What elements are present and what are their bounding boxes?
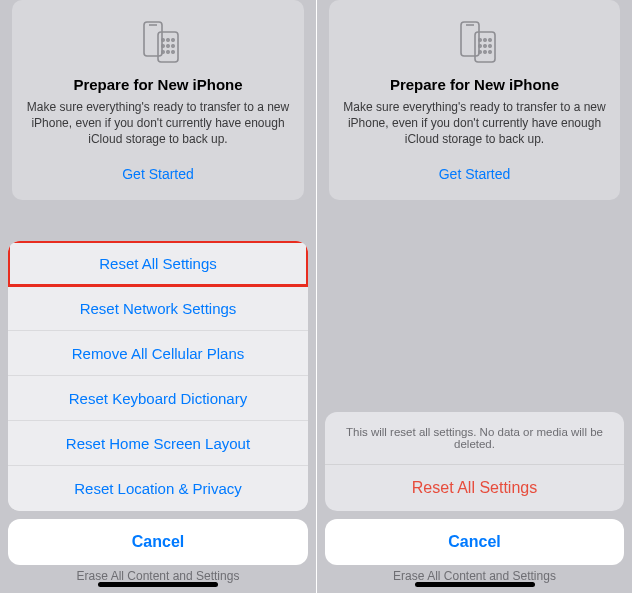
option-label: Reset Location & Privacy (74, 480, 242, 497)
home-indicator[interactable] (415, 582, 535, 587)
remove-cellular-plans-option[interactable]: Remove All Cellular Plans (8, 331, 308, 376)
svg-point-10 (167, 51, 169, 53)
svg-rect-12 (461, 22, 479, 56)
get-started-link[interactable]: Get Started (343, 166, 606, 182)
svg-point-16 (483, 39, 485, 41)
prepare-card: Prepare for New iPhone Make sure everyth… (12, 0, 304, 200)
devices-icon (26, 18, 290, 66)
screen-confirm-reset: Prepare for New iPhone Make sure everyth… (316, 0, 632, 593)
svg-point-15 (478, 39, 480, 41)
reset-action-sheet: Reset All Settings Reset Network Setting… (0, 241, 316, 593)
svg-point-19 (483, 45, 485, 47)
prepare-body: Make sure everything's ready to transfer… (343, 99, 606, 148)
get-started-link[interactable]: Get Started (26, 166, 290, 182)
background-row-peek: Erase All Content and Settings (8, 569, 308, 583)
svg-point-17 (488, 39, 490, 41)
devices-icon (343, 18, 606, 66)
svg-point-11 (172, 51, 174, 53)
svg-point-3 (162, 39, 164, 41)
prepare-title: Prepare for New iPhone (26, 76, 290, 93)
screen-reset-options: Prepare for New iPhone Make sure everyth… (0, 0, 316, 593)
svg-point-7 (167, 45, 169, 47)
option-label: Remove All Cellular Plans (72, 345, 245, 362)
reset-keyboard-dictionary-option[interactable]: Reset Keyboard Dictionary (8, 376, 308, 421)
svg-point-8 (172, 45, 174, 47)
reset-home-screen-layout-option[interactable]: Reset Home Screen Layout (8, 421, 308, 466)
svg-point-22 (483, 51, 485, 53)
reset-location-privacy-option[interactable]: Reset Location & Privacy (8, 466, 308, 511)
prepare-body: Make sure everything's ready to transfer… (26, 99, 290, 148)
cancel-button[interactable]: Cancel (325, 519, 624, 565)
confirm-action-label: Reset All Settings (412, 479, 537, 497)
confirm-message: This will reset all settings. No data or… (325, 412, 624, 465)
svg-point-20 (488, 45, 490, 47)
reset-all-settings-option[interactable]: Reset All Settings (8, 241, 308, 286)
home-indicator[interactable] (98, 582, 218, 587)
prepare-title: Prepare for New iPhone (343, 76, 606, 93)
confirm-reset-all-settings-button[interactable]: Reset All Settings (325, 465, 624, 511)
confirm-box: This will reset all settings. No data or… (325, 412, 624, 511)
svg-rect-0 (144, 22, 162, 56)
reset-options-list: Reset All Settings Reset Network Setting… (8, 241, 308, 511)
cancel-label: Cancel (132, 533, 184, 551)
svg-point-18 (478, 45, 480, 47)
option-label: Reset Network Settings (80, 300, 237, 317)
svg-point-21 (478, 51, 480, 53)
option-label: Reset All Settings (99, 255, 217, 272)
svg-point-5 (172, 39, 174, 41)
option-label: Reset Home Screen Layout (66, 435, 250, 452)
svg-point-6 (162, 45, 164, 47)
cancel-button[interactable]: Cancel (8, 519, 308, 565)
option-label: Reset Keyboard Dictionary (69, 390, 247, 407)
svg-point-9 (162, 51, 164, 53)
svg-point-23 (488, 51, 490, 53)
cancel-label: Cancel (448, 533, 500, 551)
background-row-peek: Erase All Content and Settings (325, 569, 624, 583)
prepare-card: Prepare for New iPhone Make sure everyth… (329, 0, 620, 200)
confirm-action-sheet: This will reset all settings. No data or… (317, 412, 632, 593)
reset-network-settings-option[interactable]: Reset Network Settings (8, 286, 308, 331)
svg-point-4 (167, 39, 169, 41)
